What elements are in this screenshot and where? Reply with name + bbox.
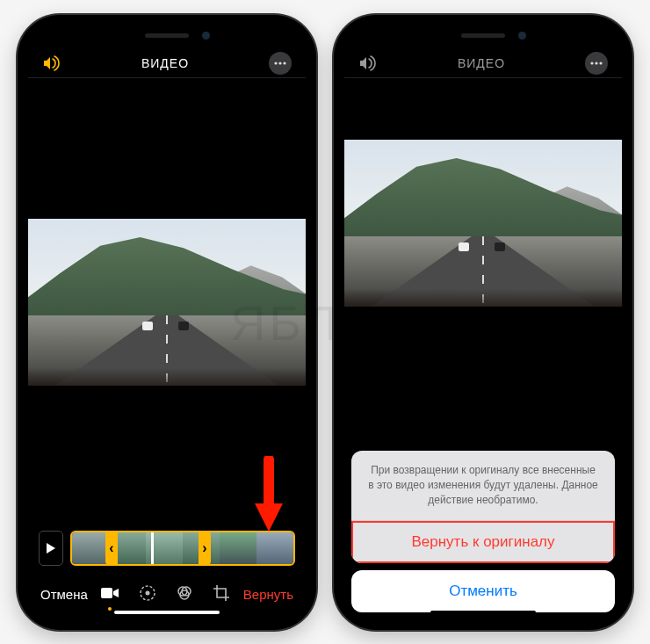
play-button[interactable] (39, 531, 63, 566)
adjust-icon[interactable] (139, 584, 156, 605)
video-mode-icon[interactable] (100, 586, 119, 604)
playhead[interactable] (151, 531, 154, 566)
filters-icon[interactable] (176, 584, 193, 605)
action-sheet-card: При возвращении к оригиналу все внесенны… (351, 451, 615, 562)
volume-icon[interactable] (42, 55, 61, 71)
phone-left: ВИДЕО (18, 15, 316, 630)
screen-right: ВИДЕО При возвращении к оригиналу все вн… (344, 25, 622, 619)
svg-point-9 (590, 62, 593, 64)
timeline-row: ‹ › (28, 526, 306, 570)
cancel-button[interactable]: Отмена (40, 587, 88, 602)
edit-modes (100, 584, 230, 605)
svg-point-10 (595, 62, 597, 64)
page-title: ВИДЕО (141, 56, 189, 70)
revert-button[interactable]: Вернуть (243, 587, 293, 602)
svg-rect-3 (101, 588, 112, 598)
video-frame (344, 140, 622, 307)
action-sheet: При возвращении к оригиналу все внесенны… (351, 451, 615, 611)
revert-to-original-button[interactable]: Вернуть к оригиналу (351, 521, 615, 563)
svg-point-5 (146, 590, 150, 595)
action-sheet-cancel-button[interactable]: Отменить (351, 570, 615, 612)
video-frame (28, 219, 306, 386)
home-indicator[interactable] (430, 611, 536, 614)
page-title: ВИДЕО (458, 56, 505, 70)
phone-right: ВИДЕО При возвращении к оригиналу все вн… (334, 15, 632, 630)
more-button[interactable] (585, 52, 608, 75)
trim-handle-left[interactable]: ‹ (105, 531, 118, 566)
svg-point-2 (283, 62, 285, 64)
more-button[interactable] (269, 52, 292, 75)
video-canvas[interactable] (28, 78, 306, 526)
svg-point-11 (599, 62, 602, 64)
volume-icon[interactable] (358, 55, 378, 71)
crop-icon[interactable] (213, 584, 230, 605)
trim-handle-right[interactable]: › (199, 531, 211, 566)
svg-point-0 (274, 62, 277, 64)
svg-point-1 (278, 62, 281, 64)
device-notch (413, 25, 553, 48)
trim-timeline[interactable]: ‹ › (70, 531, 295, 566)
screen-left: ВИДЕО (28, 25, 306, 619)
home-indicator[interactable] (114, 611, 220, 614)
action-sheet-message: При возвращении к оригиналу все внесенны… (351, 451, 615, 520)
device-notch (97, 25, 237, 48)
